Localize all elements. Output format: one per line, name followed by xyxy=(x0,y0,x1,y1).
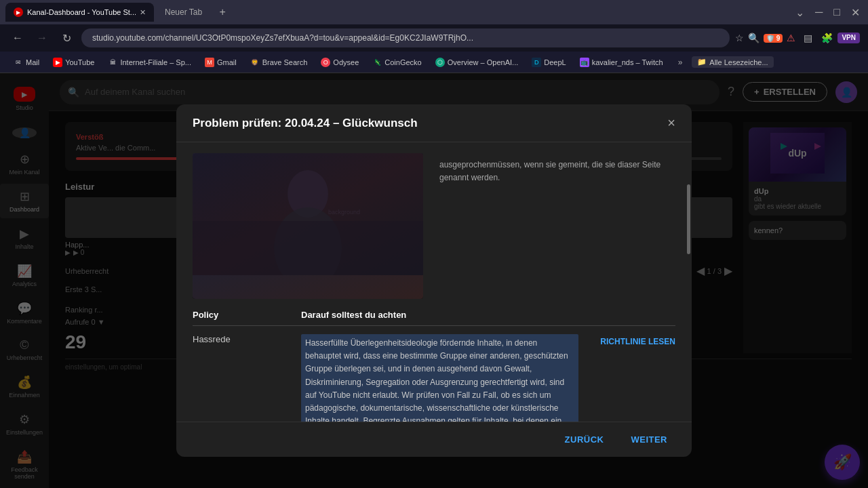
tab-dropdown-btn[interactable]: ⌄ xyxy=(793,3,807,22)
modal-text-snippet: ausgeprochenmüssen, wenn sie gemeint, di… xyxy=(439,159,675,184)
window-controls: ⌄ ─ □ ✕ xyxy=(793,3,863,22)
vpn-badge[interactable]: VPN xyxy=(837,33,860,43)
bookmark-youtube-label: YouTube xyxy=(65,58,94,66)
bookmarks-more-btn[interactable]: » xyxy=(674,55,687,70)
youtube-favicon: ▶ xyxy=(53,58,62,67)
bookmark-odysee[interactable]: O Odysee xyxy=(315,55,364,70)
back-btn[interactable]: ← xyxy=(8,29,27,47)
sidebar-layout-icon[interactable]: ▤ xyxy=(800,33,816,43)
folder-label: Alle Lesezeiche... xyxy=(709,58,768,66)
new-tab-button[interactable]: + xyxy=(213,3,232,22)
coingecko-favicon: 🦎 xyxy=(372,58,382,67)
bookmark-twitch-label: kavalier_nds – Twitch xyxy=(592,58,663,66)
bookmark-star-icon[interactable]: ☆ xyxy=(735,33,744,43)
bookmark-deepl[interactable]: D DeepL xyxy=(526,55,571,70)
folder-icon: 📁 xyxy=(697,58,707,66)
bookmark-gmail[interactable]: M Gmail xyxy=(199,55,242,70)
video-thumbnail: background xyxy=(193,153,423,299)
browser-chrome: ▶ Kanal-Dashboard - YouTube St... ✕ Neue… xyxy=(0,0,868,73)
policy-table-header: Policy Darauf solltest du achten xyxy=(193,310,675,326)
tab-label: Kanal-Dashboard - YouTube St... xyxy=(27,8,136,16)
policy-col2-header: Darauf solltest du achten xyxy=(301,310,675,320)
policy-section: Policy Darauf solltest du achten Hassred… xyxy=(176,310,692,422)
youtube-studio: ▶ Studio 👤 ⊕ Mein Kanal ⊞ Dashboard ▶ In… xyxy=(0,73,868,488)
address-input[interactable] xyxy=(81,28,730,47)
layout-icons: ▤ 🧩 VPN xyxy=(800,33,860,43)
modal-title: Problem prüfen: 20.04.24 – Glückwunsch xyxy=(193,117,418,130)
new-tab[interactable]: Neuer Tab xyxy=(157,3,210,22)
policy-row-hassrede: Hassrede Hasserfüllte Überlegenheitsideo… xyxy=(193,326,675,422)
bookmark-mail[interactable]: ✉ Mail xyxy=(8,55,45,70)
bookmark-brave-label: Brave Search xyxy=(262,58,308,66)
bookmark-internet-filiale[interactable]: 🏛 Internet-Filiale – Sp... xyxy=(102,55,197,70)
text-section: ausgeprochenmüssen, wenn sie gemeint, di… xyxy=(439,153,675,299)
close-btn[interactable]: ✕ xyxy=(848,3,863,22)
address-icons: ☆ 🔍 🛡️ 9 ⚠ ▤ 🧩 VPN xyxy=(735,33,860,43)
modal-dialog: Problem prüfen: 20.04.24 – Glückwunsch × xyxy=(176,104,692,457)
alert-icon[interactable]: ⚠ xyxy=(787,33,795,43)
policy-col1-header: Policy xyxy=(193,310,301,320)
bookmark-youtube[interactable]: ▶ YouTube xyxy=(47,55,100,70)
scrollbar-thumb[interactable] xyxy=(687,184,690,254)
active-tab[interactable]: ▶ Kanal-Dashboard - YouTube St... ✕ xyxy=(5,3,154,22)
bookmark-gmail-label: Gmail xyxy=(217,58,237,66)
extensions-icon[interactable]: 🧩 xyxy=(818,33,835,43)
reload-btn[interactable]: ↻ xyxy=(57,29,76,47)
richtlinie-lesen-btn[interactable]: RICHTLINIE LESEN xyxy=(600,337,675,346)
bookmark-openai[interactable]: ⬡ Overview – OpenAI... xyxy=(430,55,524,70)
brave-favicon: 🦁 xyxy=(250,58,260,67)
bookmark-openai-label: Overview – OpenAI... xyxy=(448,58,519,66)
maximize-btn[interactable]: □ xyxy=(831,3,843,21)
bookmark-filiale-label: Internet-Filiale – Sp... xyxy=(120,58,191,66)
search-icon[interactable]: 🔍 xyxy=(748,33,760,43)
mail-favicon: ✉ xyxy=(14,58,23,67)
bookmarks-bar: ✉ Mail ▶ YouTube 🏛 Internet-Filiale – Sp… xyxy=(0,52,868,73)
forward-btn[interactable]: → xyxy=(33,29,52,47)
bookmark-coingecko[interactable]: 🦎 CoinGecko xyxy=(367,55,427,70)
gmail-favicon: M xyxy=(205,58,214,67)
zuruck-btn[interactable]: ZURÜCK xyxy=(557,430,612,449)
openai-favicon: ⬡ xyxy=(435,58,445,67)
modal-close-btn[interactable]: × xyxy=(667,115,675,131)
modal-footer: ZURÜCK WEITER xyxy=(176,422,692,457)
twitch-favicon: 📺 xyxy=(580,58,589,67)
bookmark-deepl-label: DeepL xyxy=(544,58,566,66)
browser-title-bar: ▶ Kanal-Dashboard - YouTube St... ✕ Neue… xyxy=(0,0,868,24)
new-tab-label: Neuer Tab xyxy=(165,7,202,17)
filiale-favicon: 🏛 xyxy=(108,58,117,67)
odysee-favicon: O xyxy=(321,58,330,67)
modal-overlay: Problem prüfen: 20.04.24 – Glückwunsch × xyxy=(0,73,868,488)
policy-label-hassrede: Hassrede xyxy=(193,334,301,344)
svg-rect-7 xyxy=(193,221,423,275)
bookmark-twitch[interactable]: 📺 kavalier_nds – Twitch xyxy=(574,55,669,70)
bookmark-coingecko-label: CoinGecko xyxy=(384,58,421,66)
bookmark-odysee-label: Odysee xyxy=(333,58,359,66)
tab-close-btn[interactable]: ✕ xyxy=(140,8,146,17)
modal-header: Problem prüfen: 20.04.24 – Glückwunsch × xyxy=(176,104,692,142)
bookmarks-folder[interactable]: 📁 Alle Lesezeiche... xyxy=(692,56,773,68)
deepl-favicon: D xyxy=(532,58,541,67)
policy-text-hassrede: Hasserfüllte Überlegenheitsideologie för… xyxy=(301,334,578,422)
policy-link-container: RICHTLINIE LESEN xyxy=(589,334,675,346)
bookmark-mail-label: Mail xyxy=(26,58,39,66)
video-player: background ▶ 🔊 0:15 / 0:15 ⚙ xyxy=(193,153,423,299)
modal-body: background ▶ 🔊 0:15 / 0:15 ⚙ xyxy=(176,142,692,422)
svg-text:background: background xyxy=(328,209,360,216)
minimize-btn[interactable]: ─ xyxy=(812,3,825,21)
tab-favicon: ▶ xyxy=(14,7,23,17)
bookmark-brave[interactable]: 🦁 Brave Search xyxy=(245,55,313,70)
brave-shield-icon[interactable]: 🛡️ 9 xyxy=(764,34,783,43)
video-section: background ▶ 🔊 0:15 / 0:15 ⚙ xyxy=(176,142,692,310)
policy-content: Hasserfüllte Überlegenheitsideologie för… xyxy=(301,334,578,422)
weiter-btn[interactable]: WEITER xyxy=(623,430,675,449)
address-bar: ← → ↻ ☆ 🔍 🛡️ 9 ⚠ ▤ 🧩 VPN xyxy=(0,24,868,52)
